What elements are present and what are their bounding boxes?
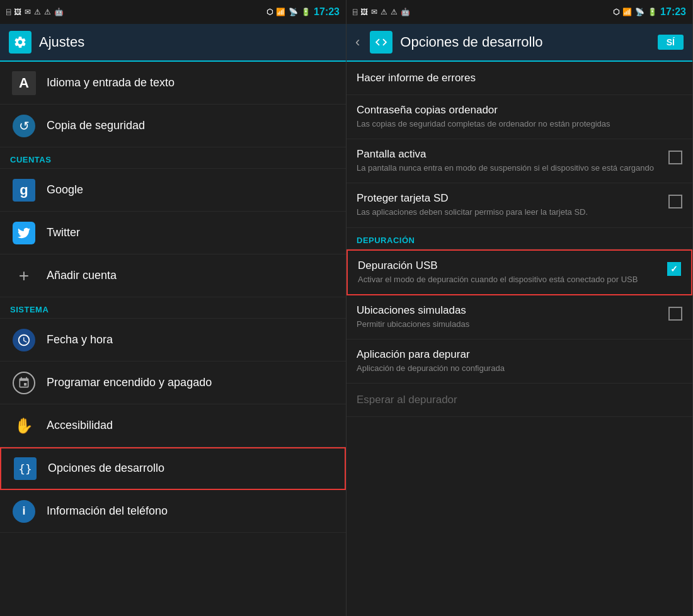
copia-item[interactable]: ↺ Copia de seguridad: [0, 105, 346, 147]
proteger-item[interactable]: Proteger tarjeta SD Las aplicaciones deb…: [346, 183, 692, 227]
r-signal-icon: 📡: [635, 8, 644, 16]
left-status-icons: ⌸ 🖼 ✉ ⚠ ⚠ 🤖: [6, 8, 64, 16]
fecha-title: Fecha y hora: [47, 333, 336, 347]
depuracion-header: DEPURACIÓN: [346, 228, 692, 249]
proteger-title: Proteger tarjeta SD: [357, 192, 662, 205]
programar-title: Programar encendido y apagado: [47, 375, 336, 390]
add-icon: +: [10, 262, 38, 290]
app-depurar-item[interactable]: Aplicación para depurar Aplicación de de…: [346, 339, 692, 384]
ubicaciones-item[interactable]: Ubicaciones simuladas Permitir ubicacion…: [346, 295, 692, 339]
dev-options-icon: [370, 31, 392, 54]
programar-icon: [10, 369, 38, 397]
twitter-item[interactable]: Twitter: [0, 212, 346, 254]
idioma-title: Idioma y entrada de texto: [47, 76, 336, 90]
ubicaciones-subtitle: Permitir ubicaciones simuladas: [357, 319, 662, 330]
copia-title: Copia de seguridad: [47, 118, 336, 133]
cuentas-header: CUENTAS: [0, 147, 346, 169]
warn-icon2: ⚠: [44, 8, 51, 16]
twitter-title: Twitter: [47, 225, 336, 240]
accesibilidad-icon: ✋: [10, 412, 38, 440]
pantalla-checkbox[interactable]: [668, 151, 682, 164]
sistema-header: SISTEMA: [0, 297, 346, 319]
esperar-title: Esperar al depurador: [357, 394, 682, 406]
r-wifi-icon: 📶: [622, 8, 632, 16]
mail-icon: ✉: [25, 8, 31, 16]
r-bluetooth-icon: ⬡: [613, 8, 619, 16]
proteger-checkbox[interactable]: [668, 195, 682, 208]
bluetooth-icon: ⬡: [266, 8, 273, 16]
left-status-bar: ⌸ 🖼 ✉ ⚠ ⚠ 🤖 ⬡ 📶 📡 🔋 17:23: [0, 0, 346, 24]
r-battery-icon: 🔋: [648, 8, 657, 16]
warn-icon1: ⚠: [34, 8, 41, 16]
informacion-title: Información del teléfono: [47, 504, 336, 518]
image-icon: 🖼: [14, 8, 21, 16]
contrasena-item[interactable]: Contraseña copias ordenador Las copias d…: [346, 95, 692, 139]
depuracion-usb-checkbox[interactable]: [667, 262, 681, 276]
right-title: Opciones de desarrollo: [400, 34, 650, 50]
google-item[interactable]: g Google: [0, 169, 346, 212]
opciones-icon: {}: [11, 455, 39, 482]
r-warn2-icon: ⚠: [391, 8, 398, 16]
wifi-icon: 📶: [276, 8, 285, 16]
google-title: Google: [47, 183, 336, 197]
app-depurar-title: Aplicación para depurar: [357, 348, 682, 361]
programar-item[interactable]: Programar encendido y apagado: [0, 362, 346, 404]
contrasena-subtitle: Las copias de seguridad completas de ord…: [357, 118, 682, 130]
right-app-bar: ‹ Opciones de desarrollo SÍ: [346, 24, 692, 62]
fecha-item[interactable]: Fecha y hora: [0, 319, 346, 362]
pantalla-subtitle: La pantalla nunca entra en modo de suspe…: [357, 163, 662, 174]
app-depurar-subtitle: Aplicación de depuración no configurada: [357, 363, 682, 374]
copia-icon: ↺: [10, 112, 38, 140]
r-usb-icon: ⌸: [353, 8, 357, 16]
contrasena-title: Contraseña copias ordenador: [357, 104, 682, 117]
google-icon: g: [10, 176, 38, 204]
idioma-icon: A: [10, 69, 38, 97]
proteger-subtitle: Las aplicaciones deben solicitar permiso…: [357, 207, 662, 218]
usb-icon: ⌸: [6, 8, 11, 16]
informacion-item[interactable]: i Información del teléfono: [0, 490, 346, 533]
opciones-item[interactable]: {} Opciones de desarrollo: [0, 447, 346, 490]
right-panel: ⌸ 🖼 ✉ ⚠ ⚠ 🤖 ⬡ 📶 📡 🔋 17:23 ‹ Opciones de …: [346, 0, 693, 616]
ajustes-icon: [9, 31, 32, 54]
left-settings-list: A Idioma y entrada de texto ↺ Copia de s…: [0, 62, 346, 616]
r-image-icon: 🖼: [360, 8, 368, 16]
informacion-icon: i: [10, 498, 38, 525]
right-status-right: ⬡ 📶 📡 🔋 17:23: [613, 6, 686, 18]
hacer-informe-title: Hacer informe de errores: [357, 72, 682, 84]
android-icon: 🤖: [54, 8, 64, 16]
accesibilidad-item[interactable]: ✋ Accesibilidad: [0, 404, 346, 447]
si-badge[interactable]: SÍ: [658, 35, 684, 50]
opciones-title: Opciones de desarrollo: [48, 461, 335, 476]
add-title: Añadir cuenta: [47, 268, 336, 283]
idioma-item[interactable]: A Idioma y entrada de texto: [0, 62, 346, 105]
battery-icon: 🔋: [301, 8, 311, 16]
left-status-right: ⬡ 📶 📡 🔋 17:23: [266, 6, 340, 18]
hacer-informe-item[interactable]: Hacer informe de errores: [346, 62, 692, 95]
add-cuenta-item[interactable]: + Añadir cuenta: [0, 254, 346, 297]
left-panel: ⌸ 🖼 ✉ ⚠ ⚠ 🤖 ⬡ 📶 📡 🔋 17:23 Ajustes A: [0, 0, 346, 616]
esperar-item[interactable]: Esperar al depurador: [346, 384, 692, 417]
depuracion-usb-item[interactable]: Depuración USB Activar el modo de depura…: [346, 249, 692, 295]
left-time: 17:23: [314, 6, 340, 18]
right-status-icons: ⌸ 🖼 ✉ ⚠ ⚠ 🤖: [353, 8, 410, 16]
depuracion-usb-subtitle: Activar el modo de depuración cuando el …: [358, 274, 661, 285]
r-warn1-icon: ⚠: [381, 8, 387, 16]
back-button[interactable]: ‹: [355, 34, 360, 50]
r-android-icon: 🤖: [401, 8, 410, 16]
left-app-bar: Ajustes: [0, 24, 346, 62]
pantalla-title: Pantalla activa: [357, 148, 662, 161]
fecha-icon: [10, 326, 38, 354]
ubicaciones-checkbox[interactable]: [668, 307, 682, 321]
ubicaciones-title: Ubicaciones simuladas: [357, 304, 662, 317]
twitter-icon: [10, 219, 38, 247]
left-title: Ajustes: [39, 34, 337, 50]
signal-icon: 📡: [289, 8, 298, 16]
r-mail-icon: ✉: [371, 8, 377, 16]
pantalla-item[interactable]: Pantalla activa La pantalla nunca entra …: [346, 139, 692, 183]
right-status-bar: ⌸ 🖼 ✉ ⚠ ⚠ 🤖 ⬡ 📶 📡 🔋 17:23: [346, 0, 692, 24]
right-time: 17:23: [660, 6, 686, 18]
right-settings-list: Hacer informe de errores Contraseña copi…: [346, 62, 692, 616]
depuracion-usb-title: Depuración USB: [358, 260, 661, 272]
accesibilidad-title: Accesibilidad: [47, 418, 336, 433]
